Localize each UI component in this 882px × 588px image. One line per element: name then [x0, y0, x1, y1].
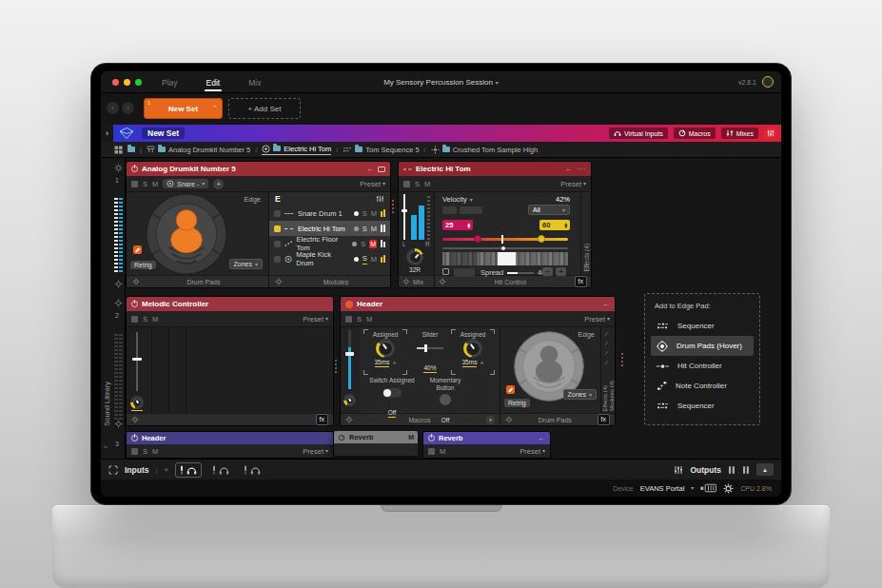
velocity-range-slider[interactable]	[442, 238, 568, 241]
drag-handle-dots[interactable]	[392, 200, 394, 213]
add-macro-button[interactable]: +	[486, 416, 495, 424]
mute-button[interactable]: M	[371, 209, 377, 218]
slider-handle[interactable]	[424, 344, 427, 352]
outputs-label[interactable]: Outputs	[690, 465, 721, 475]
volume-fader-handle[interactable]	[402, 209, 407, 212]
macro-slider[interactable]: Slider 40%	[413, 329, 447, 375]
active-dot[interactable]	[354, 211, 359, 216]
mute-button[interactable]: M	[424, 180, 430, 188]
expand-icon[interactable]	[108, 465, 118, 475]
range-low-input[interactable]: 25▴▾	[442, 220, 473, 230]
module-checkbox[interactable]	[274, 225, 281, 232]
module-row-snare-drum[interactable]: Snare Drum 1 S M	[269, 206, 390, 221]
back-arrow-icon[interactable]: ←	[366, 165, 374, 173]
macro-value[interactable]: 35ms	[375, 359, 390, 367]
settings-gear-icon[interactable]	[723, 483, 734, 494]
mute-button[interactable]: M	[152, 180, 158, 188]
macro-switch[interactable]: Switch Assigned Off	[367, 377, 417, 419]
drag-handle-dots[interactable]	[621, 353, 623, 366]
meter-pair-icon[interactable]	[728, 465, 735, 475]
power-icon[interactable]	[131, 166, 138, 172]
stop-button[interactable]	[428, 448, 435, 455]
back-arrow-icon[interactable]: ←	[538, 434, 545, 442]
device-name[interactable]: EVANS Portal	[640, 484, 685, 493]
gear-icon[interactable]	[114, 164, 123, 172]
gear-icon[interactable]	[275, 278, 283, 285]
macro-momentary[interactable]: Momentary Button Off	[421, 377, 470, 426]
solo-button[interactable]: S	[143, 315, 147, 323]
fine-slider-handle[interactable]	[501, 246, 505, 250]
fx-button[interactable]: fx	[598, 414, 610, 425]
stop-button[interactable]	[403, 181, 410, 187]
fx-button[interactable]: fx	[575, 276, 587, 287]
macros-button[interactable]: Macros	[674, 127, 715, 139]
device-icon[interactable]	[700, 483, 716, 493]
zones-select[interactable]: Zones▾	[229, 259, 263, 269]
range-high-handle[interactable]	[538, 235, 545, 243]
loop-checkbox[interactable]	[442, 268, 449, 275]
minus-button[interactable]: −	[542, 267, 553, 276]
range-low-handle[interactable]	[474, 235, 481, 243]
solo-button[interactable]: S	[363, 209, 367, 218]
fader-handle[interactable]	[345, 352, 354, 356]
minimize-window-icon[interactable]	[124, 79, 130, 86]
add-item-sequencer-2[interactable]: Sequencer	[651, 396, 754, 416]
tab-edit[interactable]: Edit	[205, 74, 223, 91]
mute-button[interactable]: M	[371, 255, 377, 264]
sidebar-collapse-button[interactable]: ›	[101, 125, 113, 142]
breadcrumb-item-electric-hi-tom[interactable]: Electric Hi Tom	[262, 145, 331, 155]
fine-slider[interactable]	[442, 247, 568, 249]
set-tab-new-set[interactable]: 1 New Set →	[144, 98, 223, 119]
tab-play[interactable]: Play	[160, 74, 180, 91]
momentary-button[interactable]	[440, 394, 451, 405]
module-mini-icon[interactable]: ∕	[606, 331, 607, 337]
active-dot[interactable]	[352, 242, 357, 246]
preset-select[interactable]: Preset▾	[303, 315, 328, 323]
effects-tab[interactable]: Effects (4)	[580, 192, 591, 275]
module-row-electric-hi-tom[interactable]: Electric Hi Tom S M	[269, 221, 390, 236]
plus-button[interactable]: +	[556, 267, 566, 276]
power-icon[interactable]	[131, 301, 138, 307]
tab-mix[interactable]: Mix	[246, 74, 263, 91]
velocity-option-button[interactable]	[442, 206, 457, 214]
power-icon[interactable]	[428, 435, 435, 441]
pan-knob[interactable]	[343, 394, 356, 406]
active-dot[interactable]	[354, 226, 359, 231]
preset-select[interactable]: Preset▾	[303, 447, 328, 456]
fx-button[interactable]: fx	[316, 414, 328, 425]
volume-fader-track[interactable]	[403, 194, 405, 240]
stepper-icon[interactable]: ▴▾	[564, 223, 567, 228]
velocity-select[interactable]: Velocity▾	[442, 195, 473, 204]
stepper-icon[interactable]: ▴▾	[467, 223, 470, 228]
move-icon[interactable]: +	[480, 360, 483, 366]
macro-value[interactable]: 35ms	[462, 359, 478, 367]
zone-selection[interactable]	[498, 252, 515, 265]
popout-icon[interactable]	[378, 167, 385, 172]
nav-back-button[interactable]: ‹	[107, 102, 119, 114]
mixer-panel-button[interactable]	[764, 127, 776, 140]
macro-knob-2[interactable]: Assigned 35ms +	[451, 329, 495, 375]
mute-button[interactable]: M	[371, 225, 377, 233]
zones-select[interactable]: Zones▾	[563, 389, 597, 400]
module-mini-icon[interactable]: ∕	[606, 341, 607, 346]
breadcrumb-item-crushed-tom[interactable]: Crushed Tom Sample High	[431, 146, 539, 154]
inputs-label[interactable]: Inputs	[125, 465, 149, 475]
gear-icon[interactable]	[114, 299, 123, 307]
module-checkbox[interactable]	[274, 256, 281, 263]
solo-button-active[interactable]: S	[363, 254, 367, 265]
collapse-panel-button[interactable]: ▴	[756, 463, 774, 476]
gear-icon[interactable]	[505, 416, 513, 423]
sample-zone-bar[interactable]	[442, 252, 568, 265]
gear-icon[interactable]	[114, 420, 123, 428]
preset-select[interactable]: Preset▾	[360, 180, 385, 188]
power-icon[interactable]	[131, 435, 138, 441]
move-icon[interactable]: +	[392, 360, 396, 366]
gear-icon[interactable]	[439, 278, 446, 285]
macro-knob-1[interactable]: Assigned 35ms +	[363, 329, 407, 375]
module-row-electric-floor-tom[interactable]: Electric Floor Tom S M	[269, 236, 390, 251]
solo-button[interactable]: S	[143, 180, 147, 188]
toggle[interactable]	[382, 388, 402, 398]
modules-tab[interactable]: Modules (4)	[609, 381, 615, 411]
mute-button[interactable]: M	[152, 447, 158, 456]
preset-select[interactable]: Preset▾	[519, 447, 545, 456]
